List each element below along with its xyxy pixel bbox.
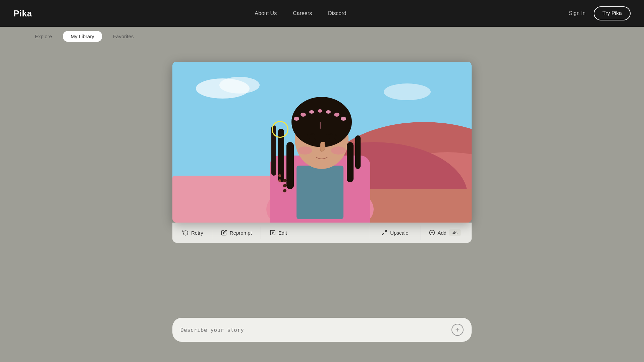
nav-link-careers[interactable]: Careers	[293, 10, 312, 16]
sub-nav: Explore My Library Favorites	[0, 27, 644, 46]
svg-point-21	[334, 113, 339, 117]
svg-rect-13	[271, 125, 276, 176]
retry-button[interactable]: Retry	[175, 226, 211, 239]
brand-logo: Pika	[13, 8, 32, 19]
svg-point-10	[291, 97, 352, 147]
video-container[interactable]	[172, 62, 472, 223]
svg-point-32	[278, 179, 281, 182]
svg-point-26	[331, 146, 346, 155]
nav-link-discord[interactable]: Discord	[328, 10, 346, 16]
video-image	[172, 62, 472, 223]
sign-in-button[interactable]: Sign In	[569, 10, 586, 16]
svg-point-18	[309, 110, 314, 114]
divider-1	[212, 227, 212, 239]
svg-point-29	[283, 184, 286, 187]
svg-point-34	[219, 77, 260, 94]
add-button[interactable]: Add 4s	[421, 226, 469, 240]
svg-point-22	[341, 117, 346, 121]
tab-my-library[interactable]: My Library	[63, 31, 102, 42]
svg-point-17	[301, 113, 306, 117]
edit-icon	[270, 230, 276, 236]
nav-link-about[interactable]: About Us	[255, 10, 277, 16]
add-icon	[429, 230, 435, 236]
action-group-right: Upscale Add 4s	[369, 226, 469, 240]
tab-explore[interactable]: Explore	[27, 31, 60, 42]
svg-rect-27	[320, 122, 321, 129]
navbar-right: Sign In Try Pika	[569, 6, 631, 20]
edit-button[interactable]: Edit	[262, 226, 294, 239]
tab-favorites[interactable]: Favorites	[105, 31, 142, 42]
navbar: Pika About Us Careers Discord Sign In Tr…	[0, 0, 644, 27]
svg-rect-12	[278, 129, 284, 182]
upscale-icon	[381, 230, 387, 236]
svg-point-20	[326, 110, 331, 114]
try-pika-button[interactable]: Try Pika	[594, 6, 631, 20]
action-group-left: Retry Reprompt Edit	[175, 226, 369, 239]
upscale-button[interactable]: Upscale	[369, 226, 420, 239]
prompt-input[interactable]	[180, 327, 435, 333]
action-bar: Retry Reprompt Edit	[172, 223, 472, 243]
divider-2	[261, 227, 261, 239]
svg-point-31	[278, 174, 281, 177]
svg-point-24	[328, 138, 336, 143]
reprompt-icon	[221, 230, 227, 236]
svg-point-35	[384, 83, 431, 100]
video-artwork	[172, 62, 472, 223]
svg-rect-11	[286, 142, 294, 189]
svg-rect-8	[297, 166, 343, 219]
svg-point-19	[318, 109, 322, 113]
svg-point-25	[298, 146, 312, 155]
main-content: Retry Reprompt Edit	[0, 46, 644, 362]
svg-rect-14	[347, 142, 354, 182]
svg-point-28	[283, 179, 286, 182]
retry-icon	[182, 230, 189, 236]
prompt-container: +	[172, 318, 472, 342]
svg-point-23	[308, 138, 316, 143]
svg-rect-15	[355, 135, 361, 169]
reprompt-button[interactable]: Reprompt	[214, 226, 259, 239]
svg-point-16	[294, 117, 299, 121]
nav-links: About Us Careers Discord	[255, 10, 346, 16]
prompt-add-button[interactable]: +	[451, 324, 464, 336]
svg-point-30	[283, 189, 286, 192]
duration-badge: 4s	[449, 229, 461, 236]
prompt-input-wrapper: +	[172, 318, 472, 342]
